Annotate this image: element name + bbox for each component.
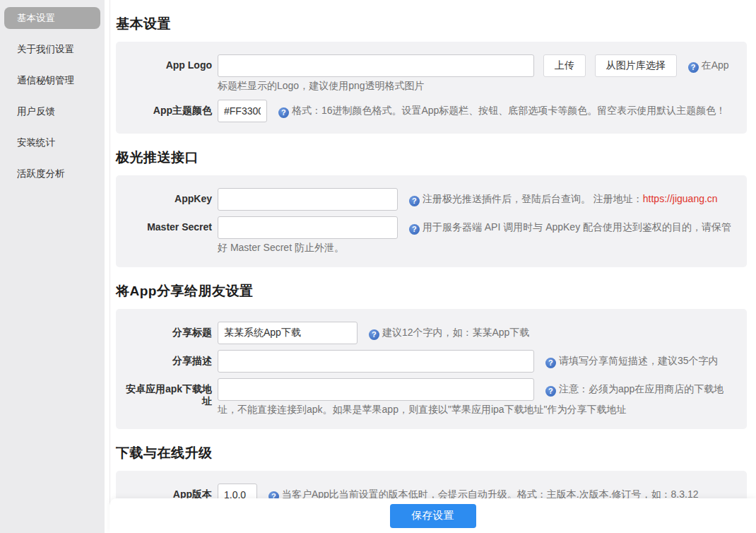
sidebar-item-about-us[interactable]: 关于我们设置 (4, 38, 100, 60)
theme-color-input[interactable] (218, 100, 267, 122)
help-icon: ? (409, 196, 420, 206)
main-content: 基本设置 App Logo 上传 从图片库选择 ?在App标题栏显示的Logo，… (110, 0, 756, 533)
theme-color-label: App主题颜色 (116, 100, 218, 122)
section-title-upgrade: 下载与在线升级 (116, 444, 747, 462)
save-settings-button[interactable]: 保存设置 (390, 504, 476, 528)
appkey-label: AppKey (116, 188, 218, 211)
help-icon: ? (545, 386, 556, 397)
help-icon: ? (369, 329, 379, 340)
panel-jpush: AppKey ?注册极光推送插件后，登陆后台查询。 注册地址：https://j… (116, 175, 747, 267)
share-title-input[interactable] (218, 322, 358, 344)
upload-button[interactable]: 上传 (543, 54, 586, 77)
form-row-theme-color: App主题颜色 ?格式：16进制颜色格式。设置App标题栏、按钮、底部选项卡等颜… (116, 100, 737, 122)
master-secret-input[interactable] (218, 216, 398, 239)
panel-basic: App Logo 上传 从图片库选择 ?在App标题栏显示的Logo，建议使用p… (116, 42, 747, 134)
help-icon: ? (278, 107, 289, 118)
appkey-help-text: 注册极光推送插件后，登陆后台查询。 注册地址： (423, 193, 643, 204)
section-title-share: 将App分享给朋友设置 (116, 282, 747, 300)
form-row-master-secret: Master Secret ?用于服务器端 API 调用时与 AppKey 配合… (116, 216, 737, 256)
help-icon: ? (545, 358, 556, 368)
form-row-share-desc: 分享描述 ?请填写分享简短描述，建议35个字内 (116, 350, 737, 373)
share-desc-input[interactable] (218, 350, 534, 373)
sidebar-item-user-feedback[interactable]: 用户反馈 (4, 100, 100, 122)
form-row-apk-url: 安卓应用apk下载地址 ?注意：必须为app在应用商店的下载地址，不能直接连接到… (116, 378, 737, 418)
save-bar: 保存设置 (110, 498, 756, 533)
sidebar-item-install-stats[interactable]: 安装统计 (4, 131, 100, 153)
share-desc-label: 分享描述 (116, 350, 218, 373)
apk-url-label: 安卓应用apk下载地址 (116, 378, 218, 418)
form-row-share-title: 分享标题 ?建议12个字内，如：某某App下载 (116, 322, 737, 344)
sidebar-item-secret-key[interactable]: 通信秘钥管理 (4, 69, 100, 91)
share-desc-help-text: 请填写分享简短描述，建议35个字内 (559, 355, 719, 366)
jiguang-link[interactable]: https://jiguang.cn (643, 193, 718, 204)
choose-from-gallery-button[interactable]: 从图片库选择 (595, 54, 677, 77)
share-title-help-text: 建议12个字内，如：某某App下载 (382, 327, 529, 338)
form-row-appkey: AppKey ?注册极光推送插件后，登陆后台查询。 注册地址：https://j… (116, 188, 737, 211)
section-title-basic: 基本设置 (116, 15, 747, 33)
theme-color-help-text: 格式：16进制颜色格式。设置App标题栏、按钮、底部选项卡等颜色。留空表示使用默… (292, 105, 726, 116)
sidebar-item-basic-settings[interactable]: 基本设置 (4, 7, 100, 29)
app-logo-input[interactable] (218, 54, 534, 77)
apk-url-input[interactable] (218, 378, 534, 401)
sidebar: 基本设置 关于我们设置 通信秘钥管理 用户反馈 安装统计 活跃度分析 (0, 0, 105, 533)
panel-share: 分享标题 ?建议12个字内，如：某某App下载 分享描述 ?请填写分享简短描述，… (116, 309, 747, 429)
app-logo-label: App Logo (116, 54, 218, 94)
sidebar-item-activity-analysis[interactable]: 活跃度分析 (4, 163, 100, 184)
section-title-jpush: 极光推送接口 (116, 148, 747, 167)
help-icon: ? (688, 62, 699, 73)
form-row-app-logo: App Logo 上传 从图片库选择 ?在App标题栏显示的Logo，建议使用p… (116, 54, 737, 94)
help-icon: ? (409, 224, 420, 235)
share-title-label: 分享标题 (116, 322, 218, 344)
appkey-input[interactable] (218, 188, 398, 211)
master-secret-label: Master Secret (116, 216, 218, 256)
